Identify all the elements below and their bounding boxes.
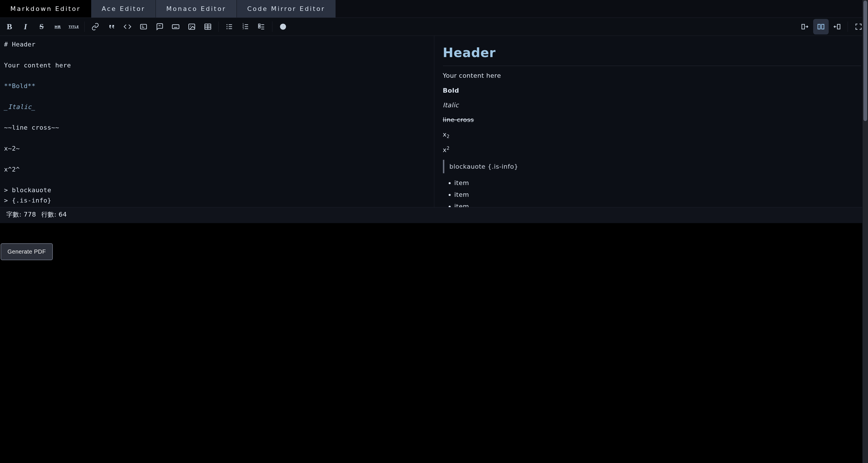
quote-icon [107, 23, 115, 31]
italic-icon: I [24, 22, 27, 31]
svg-rect-40 [837, 24, 840, 29]
preview-paragraph: Your content here [443, 71, 861, 80]
ol-button[interactable]: 123 [238, 19, 253, 34]
codeblock-button[interactable] [136, 19, 151, 34]
svg-rect-35 [802, 24, 805, 29]
editor-line[interactable]: x~2~ [4, 143, 430, 154]
bold-button[interactable]: B [2, 19, 17, 34]
editor-line[interactable]: Your content here [4, 60, 430, 71]
codeblock-icon [140, 23, 148, 31]
tab-label: Markdown Editor [10, 5, 81, 12]
split-view-button[interactable] [813, 19, 829, 34]
code-button[interactable] [120, 19, 135, 34]
svg-point-20 [226, 28, 228, 29]
toolbar-divider [84, 22, 85, 32]
image-button[interactable] [184, 19, 199, 34]
tab-code-mirror-editor[interactable]: Code Mirror Editor [237, 0, 336, 18]
status-bar: 字數: 778 行數: 64 [0, 207, 868, 223]
code-icon [123, 23, 131, 31]
svg-rect-28 [259, 24, 260, 26]
checklist-button[interactable] [254, 19, 269, 34]
list-item: item [454, 178, 861, 188]
keyboard-icon [172, 23, 180, 31]
keyboard-button[interactable] [168, 19, 183, 34]
preview-only-button[interactable] [829, 19, 845, 34]
editor-line[interactable]: _Italic_ [4, 102, 430, 112]
comment-icon [156, 23, 164, 31]
preview-sup: x2 [443, 145, 861, 155]
preview-blockquote: blockauote {.is-info} [443, 160, 861, 173]
editor-line[interactable] [4, 71, 430, 81]
svg-text:3: 3 [243, 27, 244, 30]
help-icon: ? [279, 23, 287, 31]
tab-markdown-editor[interactable]: Markdown Editor [0, 0, 91, 18]
preview-sub: x2 [443, 129, 861, 140]
ol-icon: 123 [241, 23, 249, 31]
italic-button[interactable]: I [18, 19, 33, 34]
preview-content: Header Your content here Bold Italic lin… [434, 36, 868, 207]
link-button[interactable] [88, 19, 103, 34]
svg-rect-4 [172, 25, 179, 29]
toolbar-divider [218, 22, 219, 32]
editor-line[interactable] [4, 154, 430, 164]
editor-line[interactable]: > {.is-info} [4, 195, 430, 206]
svg-rect-10 [189, 24, 195, 30]
quote-button[interactable] [104, 19, 119, 34]
scrollbar-thumb[interactable] [863, 1, 867, 121]
editor-line[interactable]: **Bold** [4, 81, 430, 91]
preview-pane: Header Your content here Bold Italic lin… [434, 36, 868, 207]
generate-pdf-button[interactable]: Generate PDF [1, 243, 53, 260]
bold-icon: B [7, 22, 12, 31]
editor-only-button[interactable] [797, 19, 813, 34]
status-chars: 字數: 778 [6, 210, 36, 219]
split-view-icon [817, 23, 825, 31]
tab-label: Monaco Editor [166, 5, 226, 12]
svg-rect-37 [818, 24, 820, 29]
svg-rect-38 [822, 24, 824, 29]
page-body: Generate PDF [0, 223, 868, 463]
editor-line[interactable]: > blockauote [4, 185, 430, 195]
editor-line[interactable] [4, 91, 430, 102]
comment-button[interactable] [152, 19, 167, 34]
svg-point-16 [226, 24, 228, 25]
checklist-icon [257, 23, 266, 31]
editor-tabs: Markdown Editor Ace Editor Monaco Editor… [0, 0, 868, 18]
svg-text:?: ? [282, 24, 284, 30]
title-button[interactable]: TITLE [66, 19, 82, 34]
preview-only-icon [833, 23, 841, 31]
editor-line[interactable]: x^2^ [4, 164, 430, 175]
svg-rect-30 [259, 26, 260, 28]
tab-label: Code Mirror Editor [247, 5, 325, 12]
editor-line[interactable]: ~~line cross~~ [4, 123, 430, 133]
tab-label: Ace Editor [102, 5, 145, 12]
ul-icon [225, 23, 234, 31]
svg-point-18 [226, 26, 228, 27]
editor-line[interactable]: # Header [4, 39, 430, 49]
window-scrollbar[interactable] [862, 0, 868, 463]
preview-italic-text: Italic [443, 102, 459, 109]
ul-button[interactable] [222, 19, 237, 34]
editor-line[interactable] [4, 206, 430, 207]
strike-button[interactable]: S [34, 19, 50, 34]
editor-line[interactable] [4, 49, 430, 60]
fullscreen-icon [855, 23, 863, 31]
tab-ace-editor[interactable]: Ace Editor [91, 0, 156, 18]
preview-bold: Bold [443, 86, 861, 96]
strike-icon: S [40, 22, 44, 31]
view-mode-tools [797, 19, 866, 34]
editor-pane[interactable]: # Header Your content here **Bold** _Ita… [0, 36, 434, 207]
editor-line[interactable] [4, 175, 430, 185]
tab-monaco-editor[interactable]: Monaco Editor [156, 0, 237, 18]
table-button[interactable] [200, 19, 216, 34]
editor-line[interactable] [4, 133, 430, 143]
hr-icon: HR [55, 25, 61, 29]
list-item: item [454, 190, 861, 200]
editor-line[interactable] [4, 112, 430, 123]
editor-content[interactable]: # Header Your content here **Bold** _Ita… [0, 36, 434, 207]
title-icon: TITLE [69, 25, 79, 29]
workspace: # Header Your content here **Bold** _Ita… [0, 36, 868, 207]
editor-toolbar: B I S HR TITLE [0, 18, 868, 36]
help-button[interactable]: ? [275, 19, 291, 34]
hr-button[interactable]: HR [50, 19, 65, 34]
preview-bold-text: Bold [443, 87, 459, 94]
